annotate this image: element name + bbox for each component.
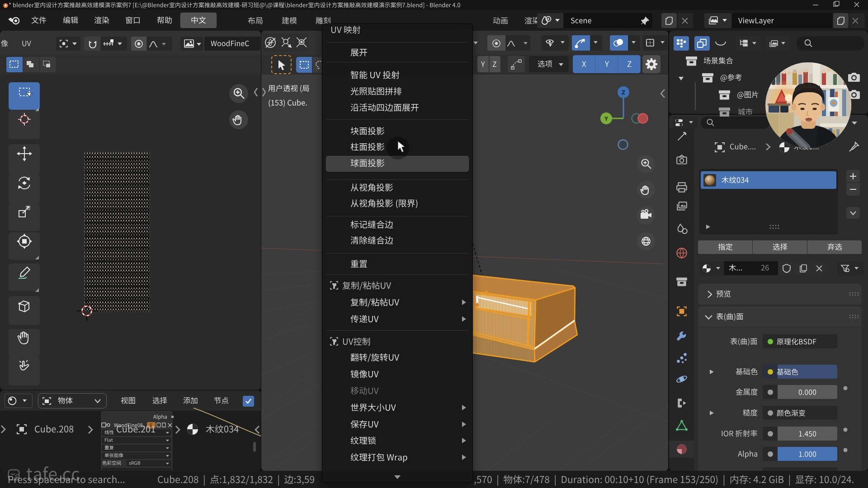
svg-text:Y: Y	[604, 115, 609, 122]
svg-text:Z: Z	[622, 89, 625, 96]
